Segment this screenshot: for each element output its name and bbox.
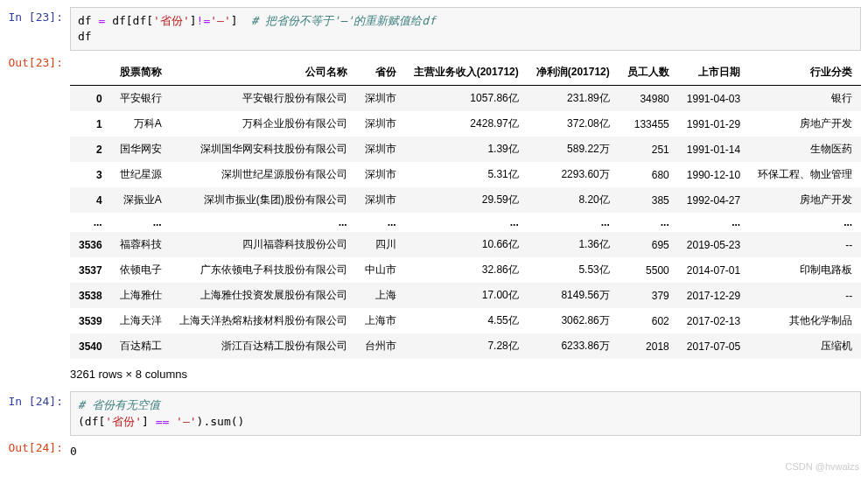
table-row: 3538上海雅仕上海雅仕投资发展股份有限公司上海17.00亿8149.56万37…: [70, 283, 861, 308]
code-cell-24: In [24]: # 省份有无空值 (df['省份'] == '—').sum(…: [7, 391, 861, 435]
table-row: 3世纪星源深圳世纪星源股份有限公司深圳市5.31亿2293.60万6801990…: [70, 162, 861, 187]
table-header-row: 股票简称 公司名称 省份 主营业务收入(201712) 净利润(201712) …: [70, 60, 861, 86]
in-prompt-23: In [23]:: [7, 7, 70, 51]
code-input-area-24[interactable]: # 省份有无空值 (df['省份'] == '—').sum(): [70, 391, 861, 435]
table-row: 3537依顿电子广东依顿电子科技股份有限公司中山市32.86亿5.53亿5500…: [70, 257, 861, 283]
dataframe-table: 股票简称 公司名称 省份 主营业务收入(201712) 净利润(201712) …: [70, 60, 861, 359]
output-cell-24: Out[24]: 0: [7, 438, 861, 465]
in-prompt-24: In [24]:: [7, 391, 70, 435]
table-row: 3539上海天洋上海天洋热熔粘接材料股份有限公司上海市4.55亿3062.86万…: [70, 308, 861, 333]
table-row: 2国华网安深圳国华网安科技股份有限公司深圳市1.39亿589.22万251199…: [70, 137, 861, 162]
code24-line-1: # 省份有无空值: [78, 397, 853, 413]
code-line-1: df = df[df['省份']!='—'] # 把省份不等于'—'的重新赋值给…: [78, 13, 853, 29]
table-row: 3540百达精工浙江百达精工股份有限公司台州市7.28亿6233.86万2018…: [70, 333, 861, 359]
table-row: 3536福蓉科技四川福蓉科技股份公司四川10.66亿1.36亿6952019-0…: [70, 232, 861, 257]
out-prompt-23: Out[23]:: [7, 53, 70, 389]
table-row: 4深振业A深圳市振业(集团)股份有限公司深圳市29.59亿8.20亿385199…: [70, 187, 861, 213]
table-row: 1万科A万科企业股份有限公司深圳市2428.97亿372.08亿13345519…: [70, 111, 861, 137]
table-row: 0平安银行平安银行股份有限公司深圳市1057.86亿231.89亿3498019…: [70, 86, 861, 112]
dataframe-shape: 3261 rows × 8 columns: [70, 359, 861, 386]
code-line-2: df: [78, 29, 853, 45]
out-prompt-24: Out[24]:: [7, 438, 70, 465]
output-cell-23: Out[23]: 股票简称 公司名称 省份 主营业务收入(201712) 净利润…: [7, 53, 861, 389]
table-row: ...........................: [70, 213, 861, 232]
code24-line-2: (df['省份'] == '—').sum(): [78, 414, 853, 430]
watermark: CSDN @hvwalzs: [785, 461, 859, 472]
code-input-area[interactable]: df = df[df['省份']!='—'] # 把省份不等于'—'的重新赋值给…: [70, 7, 861, 51]
code-cell-23: In [23]: df = df[df['省份']!='—'] # 把省份不等于…: [7, 7, 861, 51]
output-value-24: 0: [70, 441, 861, 461]
